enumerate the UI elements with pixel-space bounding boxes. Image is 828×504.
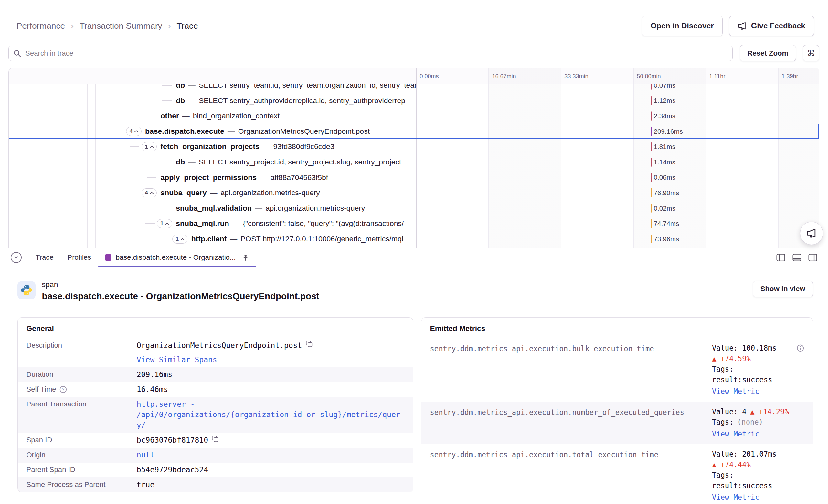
span-duration: 0.06ms — [654, 170, 675, 185]
trace-row[interactable]: 1http.client—POST http://127.0.0.1:10006… — [9, 231, 819, 247]
reset-zoom-button[interactable]: Reset Zoom — [740, 45, 796, 61]
metric-tags-label: Tags: — [712, 470, 804, 480]
layout-sidebar-right-button[interactable] — [807, 253, 818, 263]
view-metric-link[interactable]: View Metric — [712, 492, 759, 503]
give-feedback-button[interactable]: Give Feedback — [729, 16, 814, 36]
general-section: General DescriptionOrganizationMetricsQu… — [17, 317, 413, 493]
trace-row[interactable]: other—bind_organization_context2.34ms — [9, 108, 819, 124]
trace-row[interactable]: snuba_mql.validation—api.organization.me… — [9, 201, 819, 216]
span-description: bind_organization_context — [193, 112, 280, 120]
tree-connector — [161, 239, 170, 239]
help-icon[interactable]: ? — [59, 386, 67, 393]
op-desc-separator: — — [188, 96, 196, 105]
open-in-discover-button[interactable]: Open in Discover — [642, 16, 722, 36]
search-field — [8, 46, 733, 61]
shortcut-button[interactable]: ⌘ — [803, 45, 819, 61]
metric-name: sentry.ddm.metrics_api.execution.number_… — [430, 407, 712, 417]
chevron-up-icon — [150, 192, 154, 194]
copy-button[interactable] — [306, 340, 313, 348]
span-duration-bar — [651, 112, 652, 121]
trace-row[interactable]: apply_project_permissions—aff88a704563f5… — [9, 170, 819, 185]
span-children-count-badge[interactable]: 1 — [157, 219, 172, 228]
span-description: {"consistent": false, "query": "(avg(d:t… — [243, 219, 404, 228]
breadcrumb-item-transaction-summary[interactable]: Transaction Summary — [80, 21, 162, 31]
copy-button[interactable] — [212, 435, 218, 442]
trace-row[interactable]: 1fetch_organization_projects—93fd380df9c… — [9, 139, 819, 155]
field-value: b54e9729bdeac524 — [137, 465, 405, 475]
info-icon[interactable] — [797, 344, 804, 352]
tree-connector — [162, 208, 172, 208]
span-children-count-badge[interactable]: 4 — [141, 188, 157, 198]
layout-drawer-bottom-button[interactable] — [791, 253, 802, 263]
megaphone-icon — [738, 22, 746, 30]
span-duration: 73.96ms — [654, 231, 679, 247]
chevron-up-icon — [165, 222, 169, 225]
metric-change: ▲ +74.59% — [712, 353, 804, 364]
field-value-line: 16.46ms — [137, 384, 405, 395]
span-details-header: span base.dispatch.execute - Organizatio… — [17, 280, 813, 301]
trace-row-content: snuba_mql.validation—api.organization.me… — [176, 201, 365, 216]
span-duration-bar — [651, 142, 652, 151]
span-duration-bar — [651, 188, 652, 198]
trace-row[interactable]: db—SELECT sentry_team.id, sentry_team.or… — [9, 84, 819, 93]
pin-icon[interactable] — [242, 254, 249, 261]
metric-row: sentry.ddm.metrics_api.execution.total_e… — [421, 444, 813, 504]
view-metric-link[interactable]: View Metric — [712, 386, 759, 397]
emitted-metrics-section: Emitted Metrics sentry.ddm.metrics_api.e… — [421, 317, 813, 504]
metric-tags-value: result:success — [712, 374, 804, 385]
trace-row-content: 1snuba_mql.run—{"consistent": false, "qu… — [176, 216, 404, 231]
span-op: fetch_organization_projects — [161, 142, 259, 151]
breadcrumb-item-performance[interactable]: Performance — [16, 21, 65, 31]
layout-sidebar-left-button[interactable] — [775, 253, 786, 263]
feedback-floating-button[interactable] — [800, 222, 823, 245]
show-in-view-button[interactable]: Show in view — [753, 281, 813, 297]
tree-connector — [162, 100, 172, 101]
field-value-text[interactable]: null — [137, 450, 155, 460]
tab-trace[interactable]: Trace — [29, 248, 60, 266]
trace-row-content: 4base.dispatch.execute—OrganizationMetri… — [145, 124, 370, 139]
trace-row[interactable]: 1snuba_mql.run—{"consistent": false, "qu… — [9, 216, 819, 231]
trace-row[interactable]: 4base.dispatch.execute—OrganizationMetri… — [9, 124, 819, 139]
trace-row-left: apply_project_permissions—aff88a704563f5… — [9, 170, 416, 185]
view-similar-spans-link[interactable]: View Similar Spans — [137, 354, 217, 365]
general-row: Parent Transactionhttp.server - /api/0/o… — [18, 397, 413, 433]
field-value: bc963076bf817810 — [137, 435, 405, 446]
general-row: Span IDbc963076bf817810 — [18, 433, 413, 448]
layout-bottom-icon — [792, 254, 801, 262]
tab-span-details[interactable]: base.dispatch.execute - Organizatio... — [98, 248, 256, 266]
field-value: http.server - /api/0/organizations/{orga… — [137, 399, 405, 431]
copy-icon — [212, 435, 218, 442]
trace-toolbar: Reset Zoom ⌘ — [0, 44, 828, 68]
trace-row-left: 1fetch_organization_projects—93fd380df9c… — [9, 139, 416, 155]
search-input[interactable] — [8, 46, 733, 61]
tab-options-button[interactable] — [11, 252, 22, 263]
field-value-text: true — [137, 479, 155, 490]
field-value-line: true — [137, 479, 405, 490]
field-value-text: 16.46ms — [137, 384, 168, 395]
span-children-count-badge[interactable]: 1 — [172, 235, 188, 244]
trace-row[interactable]: db—SELECT sentry_project.id, sentry_proj… — [9, 155, 819, 170]
trace-row[interactable]: 4snuba_query—api.organization.metrics-qu… — [9, 185, 819, 201]
field-label-text: Same Process as Parent — [26, 479, 106, 490]
span-children-count-badge[interactable]: 4 — [126, 127, 141, 136]
span-children-count-badge[interactable]: 1 — [141, 142, 157, 151]
span-duration-bar — [651, 158, 652, 167]
view-metric-link[interactable]: View Metric — [712, 429, 759, 439]
axis-tick-label: 50.00min — [637, 73, 661, 80]
span-title: base.dispatch.execute - OrganizationMetr… — [42, 291, 753, 301]
axis-tick-label: 1.11hr — [709, 73, 725, 80]
general-row: Originnull — [18, 448, 413, 463]
field-value-line: b54e9729bdeac524 — [137, 465, 405, 475]
tab-profiles[interactable]: Profiles — [60, 248, 98, 266]
general-row: Same Process as Parenttrue — [18, 477, 413, 492]
field-value-text[interactable]: http.server - /api/0/organizations/{orga… — [137, 399, 405, 431]
metric-value-line: Value: 4▲ +14.29% — [712, 407, 804, 417]
field-value: 16.46ms — [137, 384, 405, 395]
field-label: Self Time? — [26, 384, 136, 395]
copy-icon — [306, 340, 313, 347]
tree-connector — [130, 193, 139, 193]
field-label: Span ID — [26, 435, 136, 446]
trace-row[interactable]: db—SELECT sentry_authproviderreplica.id,… — [9, 93, 819, 108]
span-children-count: 1 — [145, 144, 148, 150]
timeline-axis: 0.00ms16.67min33.33min50.00min1.11hr1.39… — [416, 68, 819, 84]
